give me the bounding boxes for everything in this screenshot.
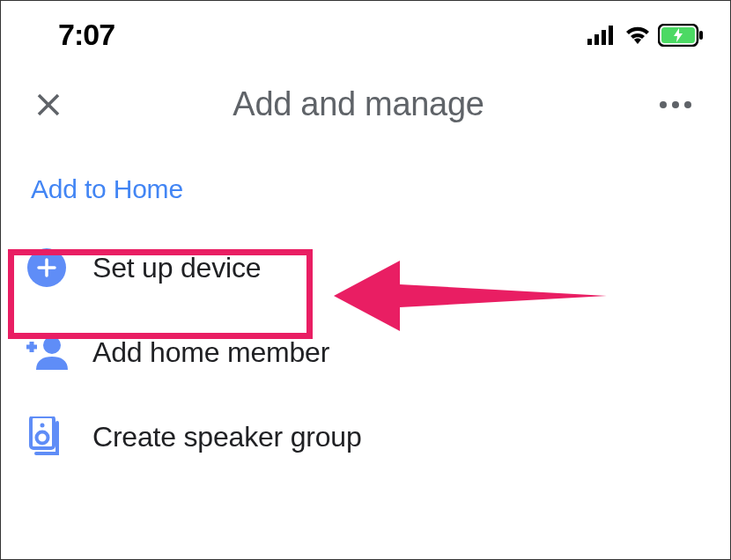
menu-label-speaker: Create speaker group xyxy=(92,421,362,453)
menu-item-add-member[interactable]: Add home member xyxy=(1,310,730,394)
page-title: Add and manage xyxy=(233,85,484,123)
svg-rect-0 xyxy=(587,39,592,45)
svg-point-16 xyxy=(37,432,48,444)
svg-rect-1 xyxy=(594,34,599,45)
add-person-icon xyxy=(26,335,68,370)
menu-label-member: Add home member xyxy=(92,336,329,369)
svg-rect-6 xyxy=(699,31,703,40)
more-icon[interactable] xyxy=(653,94,698,115)
svg-rect-2 xyxy=(602,30,606,45)
status-time: 7:07 xyxy=(58,18,114,52)
svg-point-15 xyxy=(41,424,45,428)
wifi-icon xyxy=(624,25,652,46)
menu-item-speaker-group[interactable]: Create speaker group xyxy=(1,394,730,479)
close-icon[interactable] xyxy=(33,92,64,117)
speaker-group-icon xyxy=(29,416,64,457)
status-icons xyxy=(587,24,704,47)
cellular-icon xyxy=(587,26,617,45)
header: Add and manage xyxy=(1,64,730,148)
status-bar: 7:07 xyxy=(1,1,730,64)
battery-charging-icon xyxy=(658,24,704,47)
menu-label-setup: Set up device xyxy=(92,252,261,284)
section-title: Add to Home xyxy=(1,148,730,225)
plus-circle-icon xyxy=(27,248,66,287)
svg-point-11 xyxy=(43,336,61,354)
svg-rect-3 xyxy=(609,26,613,45)
menu-item-setup-device[interactable]: Set up device xyxy=(1,225,730,310)
